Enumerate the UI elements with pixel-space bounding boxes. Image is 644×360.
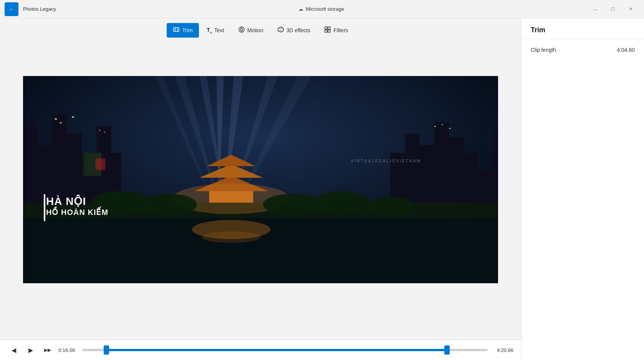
- maximize-button[interactable]: ☐: [604, 3, 622, 15]
- title-bar: ← Photos Legacy ☁ Microsoft storage — ☐ …: [0, 0, 644, 18]
- svg-point-4: [240, 28, 243, 31]
- video-container: HÀ NỘI HỒ HOÀN KIẾM VIRTUALREALIOVIETNAM…: [23, 42, 498, 317]
- motion-icon: [238, 26, 245, 35]
- filters-icon: [324, 26, 331, 35]
- panel-content: Clip length 4:04.60: [521, 39, 644, 61]
- play-button[interactable]: ▶: [25, 344, 37, 356]
- title-bar-left: ← Photos Legacy: [5, 2, 56, 16]
- close-button[interactable]: ✕: [622, 3, 639, 15]
- light-rays-svg: [23, 76, 498, 283]
- timeline-handle-left[interactable]: [104, 345, 109, 355]
- motion-button[interactable]: Motion: [232, 23, 270, 38]
- rewind-icon: ◀: [12, 347, 16, 354]
- text-label: Text: [214, 27, 224, 33]
- motion-label: Motion: [247, 27, 263, 33]
- video-title-line2: HỒ HOÀN KIẾM: [46, 208, 108, 217]
- clip-length-value: 4:04.60: [617, 47, 635, 53]
- svg-rect-25: [99, 130, 101, 131]
- watermark: VIRTUALREALIOVIETNAM: [351, 159, 421, 163]
- svg-rect-42: [449, 128, 450, 129]
- timeline-handle-right[interactable]: [444, 345, 450, 355]
- video-title-line1: HÀ NỘI: [46, 195, 108, 208]
- timeline-container[interactable]: [82, 345, 488, 355]
- 3deffects-icon: [277, 26, 284, 35]
- main-layout: Trim To Text Motion: [0, 18, 644, 360]
- svg-rect-24: [72, 116, 74, 118]
- fast-forward-button[interactable]: ▶▶: [41, 344, 54, 356]
- text-icon: To: [207, 26, 212, 34]
- svg-rect-7: [325, 27, 327, 29]
- clip-info-row: Clip length 4:04.60: [531, 47, 635, 53]
- video-title-bar: [44, 194, 45, 221]
- controls-bar: ◀ ▶ ▶▶ 0:16.06 4:20.66: [0, 340, 521, 360]
- svg-point-34: [202, 231, 260, 243]
- svg-point-39: [366, 197, 415, 216]
- night-scene: HÀ NỘI HỒ HOÀN KIẾM VIRTUALREALIOVIETNAM: [23, 76, 498, 283]
- text-button[interactable]: To Text: [200, 23, 230, 37]
- minimize-button[interactable]: —: [586, 3, 604, 15]
- fast-forward-icon: ▶▶: [44, 347, 51, 353]
- svg-rect-23: [60, 122, 62, 124]
- trim-label: Trim: [182, 27, 192, 33]
- panel-title: Trim: [531, 26, 635, 34]
- svg-rect-41: [442, 124, 443, 125]
- filters-label: Filters: [333, 27, 348, 33]
- toolbar: Trim To Text Motion: [0, 23, 521, 42]
- video-text-overlay: HÀ NỘI HỒ HOÀN KIẾM: [46, 195, 108, 217]
- svg-rect-0: [174, 28, 179, 31]
- 3deffects-button[interactable]: 3D effects: [271, 23, 317, 38]
- cloud-icon: ☁: [298, 6, 303, 12]
- svg-point-38: [315, 191, 368, 214]
- play-icon: ▶: [28, 347, 33, 354]
- trim-button[interactable]: Trim: [167, 23, 199, 38]
- right-panel: Trim Clip length 4:04.60: [521, 18, 644, 360]
- current-time: 0:16.06: [58, 347, 78, 353]
- end-time: 4:20.66: [492, 347, 513, 353]
- back-icon: ←: [9, 6, 14, 12]
- svg-point-37: [263, 194, 322, 215]
- storage-label: Microsoft storage: [306, 6, 344, 12]
- rewind-button[interactable]: ◀: [8, 344, 20, 356]
- timeline-track-active: [106, 349, 447, 351]
- svg-point-36: [143, 194, 197, 215]
- svg-rect-26: [104, 132, 105, 133]
- trim-icon: [173, 26, 180, 35]
- 3deffects-label: 3D effects: [286, 27, 311, 33]
- storage-area: ☁ Microsoft storage: [298, 6, 344, 12]
- svg-rect-22: [55, 118, 57, 120]
- timeline-track-after: [447, 349, 488, 351]
- video-placeholder: HÀ NỘI HỒ HOÀN KIẾM VIRTUALREALIOVIETNAM: [23, 76, 498, 283]
- window-controls: — ☐ ✕: [586, 3, 639, 15]
- filters-button[interactable]: Filters: [318, 23, 354, 38]
- svg-rect-9: [325, 30, 327, 32]
- svg-rect-40: [434, 126, 436, 127]
- svg-rect-8: [328, 27, 330, 29]
- editor-area: Trim To Text Motion: [0, 18, 521, 360]
- panel-header: Trim: [521, 18, 644, 39]
- svg-rect-10: [328, 30, 330, 32]
- video-frame: HÀ NỘI HỒ HOÀN KIẾM VIRTUALREALIOVIETNAM…: [23, 76, 498, 283]
- app-title: Photos Legacy: [23, 6, 56, 12]
- svg-rect-45: [96, 159, 106, 170]
- back-button[interactable]: ←: [5, 2, 18, 16]
- clip-length-label: Clip length: [531, 47, 556, 53]
